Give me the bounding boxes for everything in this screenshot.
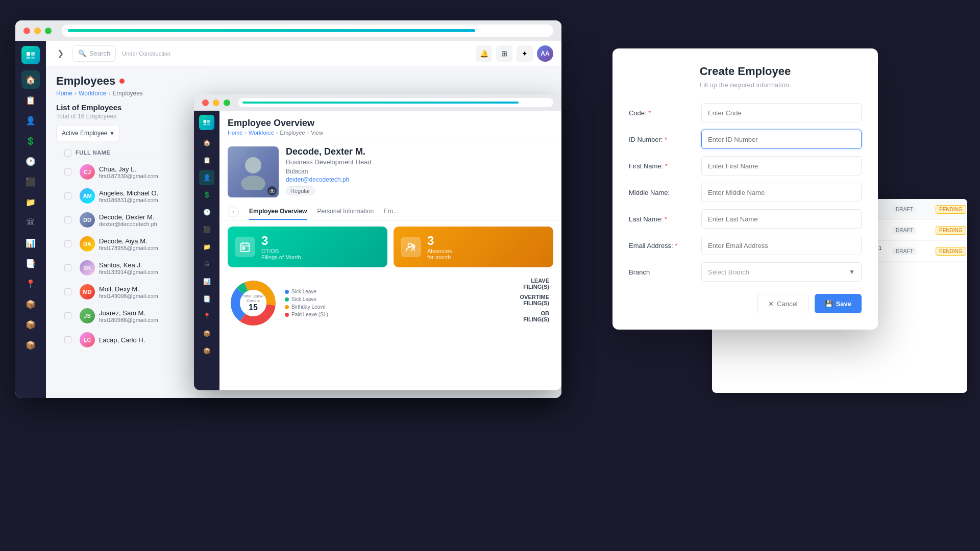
- settings-button[interactable]: ✦: [517, 45, 533, 62]
- sidebar2-files[interactable]: 📁: [199, 239, 214, 255]
- collapse-nav-button[interactable]: ❯: [54, 47, 66, 60]
- filing-labels: LEAVEFILING(S) OVERTIMEFILING(S) OBFILIN…: [520, 278, 553, 329]
- user-avatar-button[interactable]: AA: [537, 45, 553, 62]
- avatar: AM: [80, 188, 95, 204]
- camera-icon[interactable]: [267, 186, 277, 195]
- save-button[interactable]: 💾 Save: [815, 294, 862, 313]
- id-number-input[interactable]: [701, 130, 862, 149]
- modal-actions: ✕ Cancel 💾 Save: [629, 294, 862, 313]
- email-field-row: Email Address: *: [629, 236, 862, 255]
- overtime-filings-label: OVERTIMEFILING(S): [520, 294, 549, 306]
- last-name-input[interactable]: [701, 209, 862, 229]
- code-input[interactable]: [701, 103, 862, 122]
- first-name-field-row: First Name: *: [629, 156, 862, 176]
- emp-overview-breadcrumb: Home › Workforce › Employee › View: [228, 130, 553, 136]
- sidebar-item-payroll[interactable]: ⬛: [21, 172, 40, 191]
- first-name-input[interactable]: [701, 156, 862, 176]
- minimize-button[interactable]: [34, 28, 41, 34]
- emp-name: Angeles, Michael O.: [99, 189, 158, 197]
- avatar: JS: [80, 308, 95, 323]
- sidebar2-records[interactable]: 📑: [199, 291, 214, 307]
- maximize-button-2[interactable]: [224, 99, 230, 106]
- sidebar-item-inv1[interactable]: 📦: [21, 295, 40, 313]
- sidebar2-home[interactable]: 🏠: [199, 135, 214, 151]
- page-title: Employees: [56, 74, 115, 88]
- address-bar-2: [238, 98, 553, 107]
- cancel-button[interactable]: ✕ Cancel: [757, 294, 808, 313]
- svg-rect-4: [204, 120, 207, 123]
- sidebar2-time[interactable]: 🕐: [199, 205, 214, 220]
- sidebar-item-bank[interactable]: 🏛: [21, 213, 40, 232]
- sidebar2-payroll[interactable]: ⬛: [199, 222, 214, 237]
- branch-select[interactable]: Select Branch ▼: [701, 262, 862, 282]
- ov-breadcrumb-workforce[interactable]: Workforce: [249, 130, 274, 136]
- emp-email: first180986@gmail.com: [99, 317, 158, 323]
- sidebar-item-profile[interactable]: 👤: [21, 111, 40, 130]
- sidebar2-reports[interactable]: 📊: [199, 274, 214, 289]
- sidebar-item-files[interactable]: 📁: [21, 193, 40, 211]
- ov-breadcrumb-home[interactable]: Home: [228, 130, 242, 136]
- sidebar2-inv2[interactable]: 📦: [199, 343, 214, 359]
- sidebar2-profile[interactable]: 👤: [199, 170, 214, 185]
- svg-rect-3: [31, 57, 35, 59]
- close-button-2[interactable]: [202, 99, 209, 106]
- svg-rect-7: [207, 123, 210, 125]
- sidebar-item-time[interactable]: 🕐: [21, 152, 40, 170]
- row-checkbox[interactable]: [64, 192, 71, 199]
- avatar: LC: [80, 332, 95, 347]
- row-checkbox[interactable]: [64, 168, 71, 176]
- sidebar: 🏠 📋 👤 💲 🕐 ⬛ 📁 🏛 📊 📑 📍 📦 📦 📦: [15, 41, 46, 398]
- row-checkbox[interactable]: [64, 288, 71, 295]
- sidebar-item-home[interactable]: 🏠: [21, 70, 40, 89]
- notification-dot: [119, 79, 125, 84]
- notifications-button[interactable]: 🔔: [476, 45, 492, 62]
- row-checkbox[interactable]: [64, 240, 71, 247]
- second-app-logo[interactable]: [199, 115, 214, 130]
- sidebar-item-finance[interactable]: 💲: [21, 132, 40, 150]
- filing-draft-badge: DRAFT: [893, 206, 916, 213]
- ot-ob-label: OT/OBFilings of Month: [261, 248, 301, 260]
- breadcrumb-home[interactable]: Home: [56, 90, 72, 97]
- legend-dot-yellow: [285, 305, 289, 309]
- breadcrumb-workforce[interactable]: Workforce: [79, 90, 106, 97]
- grid-button[interactable]: ⊞: [496, 45, 512, 62]
- sidebar2-finance[interactable]: 💲: [199, 187, 214, 203]
- tab-em[interactable]: Em...: [384, 204, 398, 220]
- sidebar-item-inv3[interactable]: 📦: [21, 336, 40, 354]
- svg-rect-11: [241, 243, 250, 252]
- emp-location: Bulacan: [286, 168, 372, 175]
- row-checkbox[interactable]: [64, 312, 71, 319]
- tab-employee-overview[interactable]: Employee Overview: [249, 204, 307, 220]
- calendar-icon: [235, 237, 255, 257]
- row-checkbox[interactable]: [64, 264, 71, 271]
- select-all-checkbox[interactable]: [64, 149, 71, 157]
- sidebar2-location[interactable]: 📍: [199, 309, 214, 324]
- row-checkbox[interactable]: [64, 336, 71, 343]
- row-checkbox[interactable]: [64, 216, 71, 223]
- sidebar-item-location[interactable]: 📍: [21, 274, 40, 293]
- tab-personal-info[interactable]: Personal Information: [317, 204, 374, 220]
- sidebar-item-inv2[interactable]: 📦: [21, 315, 40, 334]
- emp-overview-header: Employee Overview Home › Workforce › Emp…: [219, 111, 561, 140]
- sidebar-item-reports[interactable]: 📊: [21, 234, 40, 252]
- minimize-button-2[interactable]: [213, 99, 219, 106]
- person-icon: [401, 237, 421, 257]
- emp-profile-section: Decode, Dexter M. Business Development H…: [219, 140, 561, 204]
- under-construction-label: Under Construction: [122, 51, 170, 57]
- sidebar2-bank[interactable]: 🏛: [199, 257, 214, 272]
- middle-name-input[interactable]: [701, 183, 862, 202]
- email-input[interactable]: [701, 236, 862, 255]
- ot-ob-stat-card: 3 OT/OBFilings of Month: [228, 227, 387, 267]
- status-filter[interactable]: Active Employee ▼: [56, 125, 120, 141]
- svg-rect-0: [27, 52, 30, 56]
- tab-prev-button[interactable]: ‹: [228, 206, 239, 217]
- sidebar-item-documents[interactable]: 📋: [21, 91, 40, 109]
- sidebar2-inv[interactable]: 📦: [199, 326, 214, 341]
- legend-dot-green: [285, 297, 289, 302]
- search-box[interactable]: 🔍 Search: [72, 45, 116, 62]
- sidebar-item-records[interactable]: 📑: [21, 254, 40, 272]
- maximize-button[interactable]: [45, 28, 52, 34]
- close-button[interactable]: [23, 28, 30, 34]
- sidebar2-docs[interactable]: 📋: [199, 153, 214, 168]
- app-logo[interactable]: [21, 46, 40, 64]
